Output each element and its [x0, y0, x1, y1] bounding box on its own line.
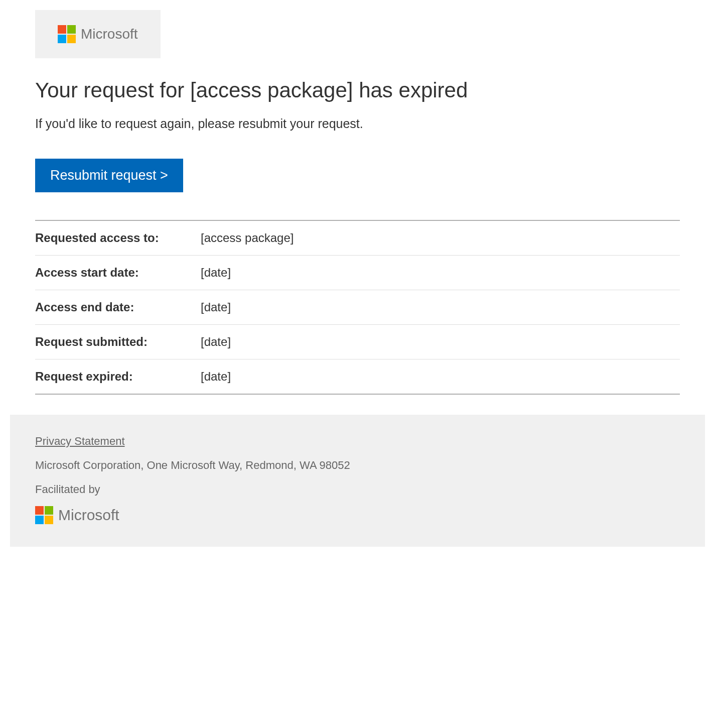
detail-value: [date]	[201, 359, 680, 395]
detail-label: Request expired:	[35, 359, 201, 395]
page-title: Your request for [access package] has ex…	[35, 78, 680, 102]
privacy-statement-link[interactable]: Privacy Statement	[35, 435, 125, 448]
page-subtitle: If you'd like to request again, please r…	[35, 116, 680, 131]
table-row: Request expired: [date]	[35, 359, 680, 395]
facilitated-by-text: Facilitated by	[35, 483, 680, 496]
microsoft-logo: Microsoft	[58, 25, 138, 43]
email-container: Microsoft Your request for [access packa…	[10, 10, 705, 547]
microsoft-brand-text: Microsoft	[81, 26, 138, 42]
microsoft-squares-icon	[58, 25, 76, 43]
microsoft-squares-icon	[35, 506, 53, 524]
detail-value: [date]	[201, 290, 680, 325]
table-row: Requested access to: [access package]	[35, 220, 680, 256]
detail-label: Request submitted:	[35, 325, 201, 359]
footer-address: Microsoft Corporation, One Microsoft Way…	[35, 459, 680, 472]
header-logo-box: Microsoft	[35, 10, 161, 58]
detail-value: [access package]	[201, 220, 680, 256]
detail-value: [date]	[201, 256, 680, 290]
detail-label: Requested access to:	[35, 220, 201, 256]
detail-label: Access start date:	[35, 256, 201, 290]
request-details-table: Requested access to: [access package] Ac…	[35, 220, 680, 395]
footer-brand-text: Microsoft	[58, 507, 119, 524]
detail-value: [date]	[201, 325, 680, 359]
footer-microsoft-logo: Microsoft	[35, 506, 119, 524]
detail-label: Access end date:	[35, 290, 201, 325]
table-row: Access start date: [date]	[35, 256, 680, 290]
footer: Privacy Statement Microsoft Corporation,…	[10, 415, 705, 547]
table-row: Access end date: [date]	[35, 290, 680, 325]
table-row: Request submitted: [date]	[35, 325, 680, 359]
resubmit-request-button[interactable]: Resubmit request >	[35, 159, 183, 192]
